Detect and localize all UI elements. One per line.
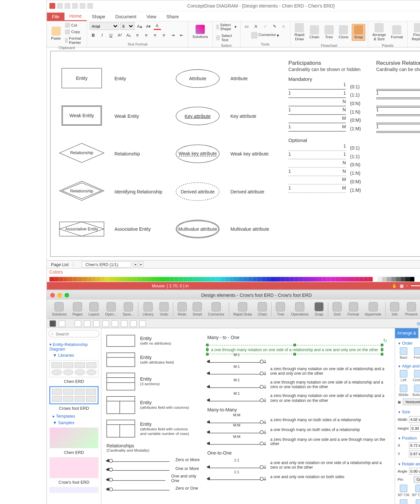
- color-swatch[interactable]: [63, 277, 68, 281]
- color-swatch[interactable]: [82, 277, 86, 281]
- shape-multivalue-attribute[interactable]: Multivalue attribute: [176, 220, 219, 238]
- height-input[interactable]: [410, 425, 420, 432]
- cardinality-row[interactable]: 1N (1:N): [289, 170, 369, 176]
- font-color-button[interactable]: A: [153, 22, 161, 30]
- select-text-button[interactable]: Select Text: [215, 33, 237, 42]
- color-swatch[interactable]: [216, 277, 220, 281]
- lib-crows-thumb[interactable]: [49, 386, 98, 404]
- toolbar-layers-button[interactable]: Layers: [86, 301, 102, 317]
- rel-row[interactable]: 1:1 a one and only one notation on one s…: [207, 461, 390, 470]
- color-swatch[interactable]: [147, 277, 151, 281]
- color-swatch[interactable]: [359, 277, 363, 281]
- 90-ccw-button[interactable]: 90° CCW: [412, 484, 420, 496]
- color-swatch[interactable]: [193, 277, 197, 281]
- rapid-draw-button[interactable]: Rapid Draw: [293, 22, 306, 42]
- inspector-tab-arrange[interactable]: Arrange & Size: [395, 328, 419, 338]
- shape-associative-entity[interactable]: Associative Entity: [59, 218, 105, 239]
- page-list-label[interactable]: Page List: [47, 262, 73, 267]
- fit-page-icon[interactable]: ▦: [400, 283, 404, 288]
- color-swatch[interactable]: [317, 277, 322, 281]
- color-swatch[interactable]: [382, 277, 387, 281]
- curve-tool-icon[interactable]: [102, 320, 109, 327]
- color-swatch[interactable]: [151, 277, 156, 281]
- qat-redo-icon[interactable]: [72, 3, 78, 9]
- cut-button[interactable]: Cut: [64, 22, 84, 28]
- color-swatch[interactable]: [294, 277, 299, 281]
- paste-button[interactable]: Paste: [49, 26, 62, 42]
- color-swatch[interactable]: [86, 277, 91, 281]
- color-swatch[interactable]: [280, 277, 285, 281]
- tree-templates[interactable]: ▸ Templates: [49, 413, 98, 419]
- distribute-horizontal-select[interactable]: Horizontal: [403, 398, 420, 405]
- shape-identifying-relationship[interactable]: Relationship: [59, 180, 105, 201]
- outdent-button[interactable]: ⇤: [178, 31, 185, 39]
- subscript-button[interactable]: A₂: [125, 31, 132, 39]
- color-swatch[interactable]: [179, 277, 183, 281]
- color-swatch[interactable]: [396, 277, 400, 281]
- color-swatch[interactable]: [405, 277, 410, 281]
- text-tool-icon[interactable]: [59, 320, 65, 327]
- color-swatch[interactable]: [410, 277, 414, 281]
- cardinality-row[interactable]: 11 (1:1): [289, 153, 369, 159]
- mac-canvas[interactable]: Entity(with no attributes) Entity(with a…: [101, 328, 394, 504]
- 90-cw-button[interactable]: 90° CW: [397, 484, 409, 496]
- color-swatch[interactable]: [225, 277, 230, 281]
- cardinality-row[interactable]: 1N (1:N): [289, 109, 369, 115]
- cardinality-row[interactable]: N (0:N): [289, 162, 369, 168]
- entity-shape-row[interactable]: Entity(with no attributes): [107, 335, 203, 347]
- bottom-button[interactable]: Bottom: [412, 385, 420, 397]
- toolbar-connector-button[interactable]: Connector: [205, 301, 227, 317]
- toolbar-hypernote-button[interactable]: Hypernote: [362, 301, 384, 317]
- color-swatch[interactable]: [341, 277, 345, 281]
- y-input[interactable]: [409, 450, 420, 457]
- center-button[interactable]: Center: [412, 370, 420, 382]
- superscript-button[interactable]: A²: [116, 31, 124, 39]
- color-palette[interactable]: [47, 276, 420, 282]
- cardinality-row[interactable]: M (0:M): [289, 179, 369, 185]
- color-swatch[interactable]: [262, 277, 267, 281]
- toolbar-save--button[interactable]: Save...: [120, 301, 136, 317]
- rel-row[interactable]: M:M a one through many on both sides of …: [207, 427, 390, 433]
- copy-button[interactable]: Copy: [64, 29, 84, 35]
- cardinality-row[interactable]: 1N (1:N): [376, 109, 420, 115]
- tree-libraries[interactable]: ▼ Libraries: [49, 352, 98, 358]
- tool-text-icon[interactable]: A: [252, 22, 260, 30]
- rect-tool-icon[interactable]: [121, 320, 128, 327]
- color-swatch[interactable]: [114, 277, 119, 281]
- color-swatch[interactable]: [68, 277, 72, 281]
- color-swatch[interactable]: [169, 277, 174, 281]
- cardinality-row[interactable]: 11 (1:1): [376, 92, 420, 98]
- cardinality-one-and-only-one[interactable]: One and only One: [107, 474, 203, 483]
- color-swatch[interactable]: [137, 277, 142, 281]
- color-swatch[interactable]: [336, 277, 341, 281]
- color-swatch[interactable]: [243, 277, 248, 281]
- color-swatch[interactable]: [350, 277, 354, 281]
- rel-row[interactable]: M:1: [207, 357, 390, 363]
- color-swatch[interactable]: [59, 277, 63, 281]
- sample-3-thumb[interactable]: [49, 487, 98, 493]
- color-swatch[interactable]: [110, 277, 114, 281]
- width-input[interactable]: [409, 416, 420, 423]
- tool-ellipse-icon[interactable]: ○: [280, 22, 287, 30]
- color-swatch[interactable]: [54, 277, 59, 281]
- fill-tool-icon[interactable]: [139, 320, 146, 327]
- tree-button[interactable]: Tree: [323, 24, 335, 40]
- cardinality-row[interactable]: N (0:N): [376, 100, 420, 106]
- rel-row[interactable]: M:1 a zero through many notation on one …: [207, 367, 390, 376]
- flip-vertical-button[interactable]: Vertical: [397, 499, 409, 504]
- color-swatch[interactable]: [206, 277, 211, 281]
- page-next-button[interactable]: ▸: [139, 261, 144, 267]
- color-swatch[interactable]: [160, 277, 165, 281]
- left-button[interactable]: Left: [397, 370, 409, 382]
- lib-chen-thumb[interactable]: [49, 360, 98, 377]
- valign-button[interactable]: ≡: [160, 31, 167, 39]
- x-input[interactable]: [409, 442, 420, 449]
- toolbar-operations-button[interactable]: Operations: [289, 301, 311, 317]
- color-swatch[interactable]: [400, 277, 405, 281]
- tab-file[interactable]: File: [47, 13, 64, 21]
- tab-home[interactable]: Home: [64, 12, 87, 21]
- rel-row[interactable]: M:M a zero through many on one side and …: [207, 437, 390, 446]
- arrange-size-button[interactable]: Arrange & Size: [371, 22, 387, 42]
- color-swatch[interactable]: [91, 277, 96, 281]
- zoom-slider[interactable]: [411, 285, 420, 286]
